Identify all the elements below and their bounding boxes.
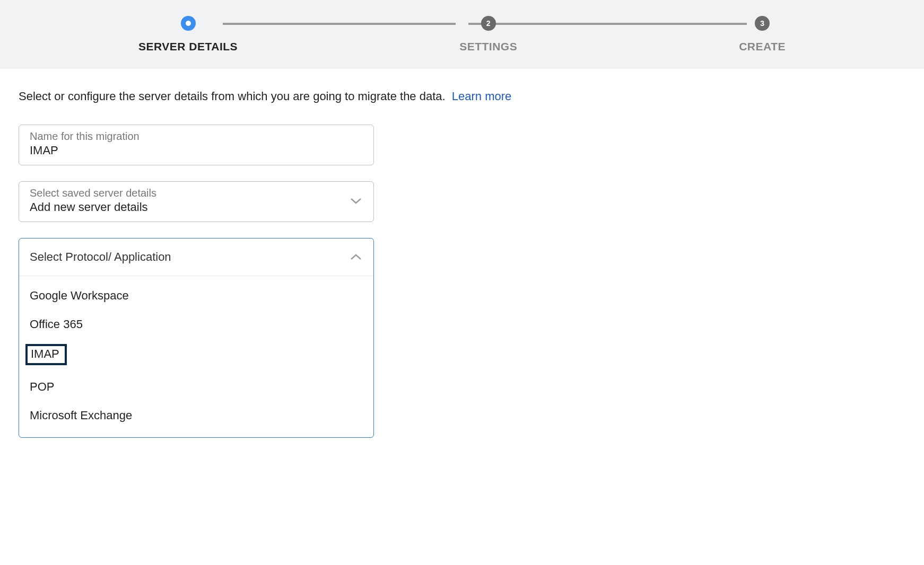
step-number: 3: [760, 19, 764, 28]
learn-more-link[interactable]: Learn more: [452, 90, 512, 103]
protocol-dropdown[interactable]: Select Protocol/ Application Google Work…: [19, 238, 374, 438]
intro-text-row: Select or configure the server details f…: [19, 90, 905, 103]
protocol-dropdown-list: Google Workspace Office 365 IMAP POP Mic…: [19, 276, 373, 437]
protocol-option-pop[interactable]: POP: [19, 373, 373, 401]
stepper-bar: SERVER DETAILS 2 SETTINGS 3 CREATE: [0, 0, 924, 68]
step-circle: 2: [481, 16, 496, 31]
migration-name-field[interactable]: Name for this migration: [19, 125, 374, 165]
protocol-option-microsoft-exchange[interactable]: Microsoft Exchange: [19, 401, 373, 430]
chevron-down-icon: [350, 197, 362, 207]
protocol-placeholder: Select Protocol/ Application: [30, 250, 171, 263]
intro-text: Select or configure the server details f…: [19, 90, 446, 103]
step-label: SERVER DETAILS: [138, 40, 238, 53]
protocol-option-imap[interactable]: IMAP: [25, 344, 67, 365]
step-label: SETTINGS: [459, 40, 517, 53]
chevron-up-icon: [350, 250, 362, 264]
protocol-option-google-workspace[interactable]: Google Workspace: [19, 281, 373, 310]
stepper: SERVER DETAILS 2 SETTINGS 3 CREATE: [138, 16, 786, 53]
step-connector-1: [223, 23, 456, 25]
saved-server-label: Select saved server details: [30, 187, 363, 199]
step-number: 2: [486, 19, 491, 28]
step-active-circle: [181, 16, 196, 31]
step-server-details[interactable]: SERVER DETAILS: [138, 16, 238, 53]
step-create[interactable]: 3 CREATE: [739, 16, 786, 53]
step-settings[interactable]: 2 SETTINGS: [459, 16, 517, 53]
saved-server-value: Add new server details: [30, 200, 363, 214]
content-area: Select or configure the server details f…: [0, 68, 924, 459]
step-label: CREATE: [739, 40, 786, 53]
migration-name-label: Name for this migration: [30, 130, 363, 143]
saved-server-select[interactable]: Select saved server details Add new serv…: [19, 181, 374, 222]
protocol-dropdown-header[interactable]: Select Protocol/ Application: [19, 239, 373, 276]
migration-name-input[interactable]: [30, 144, 363, 157]
protocol-option-office-365[interactable]: Office 365: [19, 310, 373, 339]
step-circle: 3: [755, 16, 770, 31]
